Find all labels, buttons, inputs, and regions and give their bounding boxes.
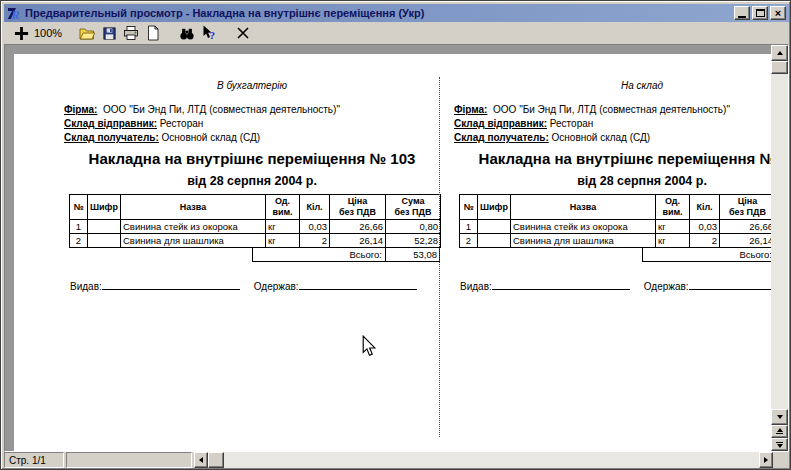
cell-unit: кг xyxy=(656,234,690,248)
firm-label: Фірма: xyxy=(454,104,487,115)
cell-sum: 0,80 xyxy=(386,220,441,234)
preview-area: В бухгалтерію Фірма: ООО "Би Энд Пи, ЛТД… xyxy=(4,44,789,452)
col-qty: Кіл. xyxy=(300,195,330,220)
context-help-button[interactable]: ? xyxy=(198,23,220,43)
page-counter-panel: Стр. 1/1 xyxy=(4,452,64,468)
col-name: Назва xyxy=(511,195,656,220)
minimize-button[interactable] xyxy=(734,6,750,20)
cell-unit: кг xyxy=(266,220,300,234)
table-row: 1 Свинина стейк из окорока кг 0,03 26,66… xyxy=(70,220,441,234)
cell-name: Свинина для шашлика xyxy=(121,234,266,248)
svg-text:R: R xyxy=(11,7,20,21)
cell-num: 1 xyxy=(460,220,478,234)
cell-num: 2 xyxy=(70,234,88,248)
titlebar: R Предварительный просмотр - Накладна на… xyxy=(4,4,789,22)
cell-code xyxy=(478,234,511,248)
table-row: 2 Свинина для шашлика кг 2 26,14 52,28 xyxy=(70,234,441,248)
arrow-right-icon xyxy=(764,457,768,463)
received-label: Одержав: xyxy=(254,281,299,292)
vscroll-thumb[interactable] xyxy=(771,61,788,74)
maximize-icon xyxy=(756,9,765,17)
page-down-bar xyxy=(776,442,783,443)
receiver-value: Основной склад (СД) xyxy=(162,132,261,143)
table-header-row: № Шифр Назва Од. вим. Кіл. Ціна без ПДВ … xyxy=(460,195,772,220)
firm-value: ООО "Би Энд Пи, ЛТД (совместная деятельн… xyxy=(493,104,730,115)
cell-qty: 2 xyxy=(300,234,330,248)
cell-code xyxy=(478,220,511,234)
svg-text:?: ? xyxy=(210,29,216,41)
scroll-left-button[interactable] xyxy=(194,452,208,468)
cell-name: Свинина для шашлика xyxy=(511,234,656,248)
issued-signature-line xyxy=(102,279,240,290)
open-button[interactable] xyxy=(76,23,98,43)
signature-row: Видав:Одержав: xyxy=(64,279,440,292)
open-folder-icon xyxy=(79,25,95,41)
scroll-right-button[interactable] xyxy=(759,452,773,468)
zoom-tool-icon xyxy=(14,26,29,41)
col-unit: Од. вим. xyxy=(266,195,300,220)
scroll-down-button[interactable] xyxy=(771,409,788,425)
total-label: Всього: xyxy=(642,247,771,262)
total-label: Всього: xyxy=(252,247,385,262)
col-name: Назва xyxy=(121,195,266,220)
find-button[interactable] xyxy=(176,23,198,43)
arrow-up-icon xyxy=(777,51,783,55)
signature-row: Видав:Одержав: xyxy=(454,279,771,292)
sender-value: Ресторан xyxy=(550,118,593,129)
zoom-level-value[interactable]: 100% xyxy=(34,27,62,39)
arrow-down-icon xyxy=(777,415,783,419)
cell-num: 1 xyxy=(70,220,88,234)
cell-name: Свинина стейк из окорока xyxy=(511,220,656,234)
vscroll-track[interactable] xyxy=(771,74,788,409)
toolbar: 100% xyxy=(4,22,789,44)
preview-window: R Предварительный просмотр - Накладна на… xyxy=(0,0,791,470)
cell-unit: кг xyxy=(266,234,300,248)
scroll-up-button[interactable] xyxy=(771,45,788,61)
sender-label: Склад відправник: xyxy=(454,118,547,129)
hscroll-track[interactable] xyxy=(224,452,759,468)
sender-label: Склад відправник: xyxy=(64,118,157,129)
vertical-scrollbar[interactable] xyxy=(771,45,788,451)
invoice-title: Накладна на внутрішнє переміщення № 103 xyxy=(64,150,440,167)
receiver-label: Склад получатель: xyxy=(454,132,549,143)
print-button[interactable] xyxy=(120,23,142,43)
col-price: Ціна без ПДВ xyxy=(330,195,386,220)
receiver-value: Основной склад (СД) xyxy=(552,132,651,143)
minimize-icon xyxy=(738,16,746,18)
col-num: № xyxy=(70,195,88,220)
next-page-button[interactable] xyxy=(771,438,788,451)
col-code: Шифр xyxy=(478,195,511,220)
table-row: 2 Свинина для шашлика кг 2 26,14 52,28 xyxy=(460,234,772,248)
invoice-date: від 28 серпня 2004 р. xyxy=(64,174,440,188)
horizontal-scrollbar[interactable] xyxy=(194,452,773,468)
zoom-tool-button[interactable] xyxy=(10,23,32,43)
window-title: Предварительный просмотр - Накладна на в… xyxy=(25,7,734,19)
blank-page-icon xyxy=(146,25,160,41)
copy-destination: В бухгалтерію xyxy=(64,80,440,93)
prev-page-button[interactable] xyxy=(771,425,788,438)
received-label: Одержав: xyxy=(644,281,689,292)
new-page-button[interactable] xyxy=(142,23,164,43)
cell-unit: кг xyxy=(656,220,690,234)
col-code: Шифр xyxy=(88,195,121,220)
copies-cut-line xyxy=(439,77,440,437)
close-button[interactable]: × xyxy=(770,6,786,20)
total-row: Всього: 53,08 xyxy=(642,247,771,262)
invoice-title: Накладна на внутрішнє переміщення № 103 xyxy=(454,150,771,167)
save-button[interactable] xyxy=(98,23,120,43)
issued-label: Видав: xyxy=(460,281,492,292)
help-pointer-icon: ? xyxy=(201,25,217,41)
sender-value: Ресторан xyxy=(160,118,203,129)
firm-label: Фірма: xyxy=(64,104,97,115)
printer-icon xyxy=(123,25,139,41)
hscroll-thumb[interactable] xyxy=(208,452,224,468)
save-floppy-icon xyxy=(102,26,117,41)
page-down-icon xyxy=(777,444,783,448)
cell-qty: 0,03 xyxy=(690,220,720,234)
maximize-button[interactable] xyxy=(752,6,768,20)
cell-num: 2 xyxy=(460,234,478,248)
cell-price: 26,14 xyxy=(720,234,772,248)
cell-sum: 52,28 xyxy=(386,234,441,248)
close-preview-button[interactable] xyxy=(232,23,254,43)
total-row: Всього: 53,08 xyxy=(252,247,440,262)
